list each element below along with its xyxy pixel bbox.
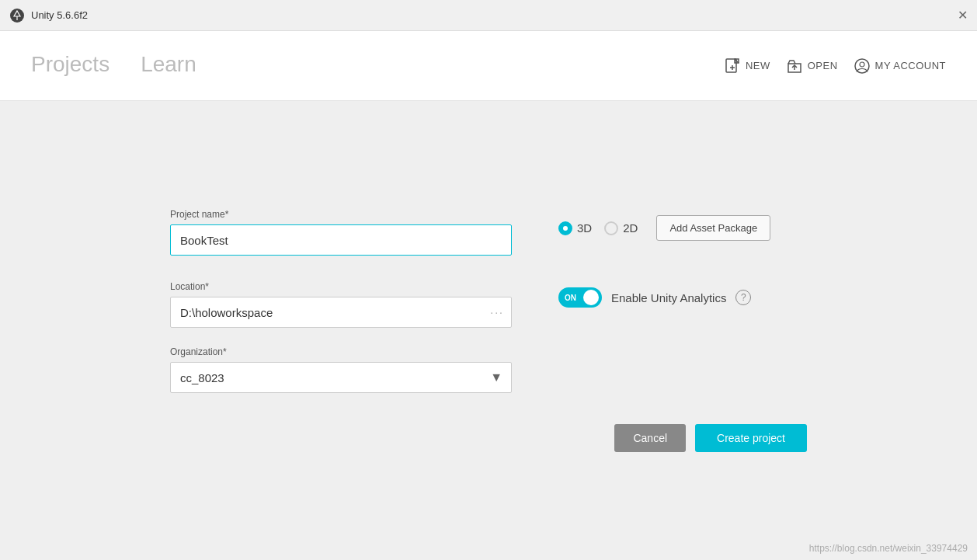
form-container: Project name* 3D 2D Add Asset Package (170, 193, 807, 468)
close-button[interactable]: ✕ (958, 9, 968, 22)
radio-3d-label: 3D (577, 221, 592, 235)
project-name-label: Project name* (170, 209, 512, 220)
dimension-asset-section: 3D 2D Add Asset Package (558, 209, 807, 263)
organization-select-wrapper: cc_8023 ▼ (170, 362, 512, 393)
form-row-2: Location* ··· ON Enable Unity Analytics … (170, 281, 807, 328)
analytics-label: Enable Unity Analytics (611, 291, 726, 304)
nav-tabs: Projects Learn (31, 31, 196, 100)
organization-select[interactable]: cc_8023 (170, 362, 512, 393)
account-icon (854, 57, 871, 75)
location-input[interactable] (170, 297, 512, 328)
analytics-toggle[interactable]: ON (558, 287, 602, 308)
dimension-row: 3D 2D Add Asset Package (558, 215, 807, 241)
help-icon[interactable]: ? (735, 290, 751, 305)
create-project-button[interactable]: Create project (695, 424, 807, 452)
radio-2d-label: 2D (623, 221, 638, 235)
radio-2d-circle (604, 221, 618, 235)
new-icon (724, 57, 741, 75)
title-bar: Unity 5.6.6f2 ✕ (0, 0, 977, 31)
project-name-input[interactable] (170, 224, 512, 256)
radio-2d[interactable]: 2D (604, 221, 638, 235)
radio-3d[interactable]: 3D (558, 221, 592, 235)
tab-learn[interactable]: Learn (141, 31, 196, 100)
watermark: https://blog.csdn.net/weixin_33974429 (809, 543, 968, 554)
top-nav: Projects Learn NEW OPEN (0, 31, 977, 101)
my-account-button[interactable]: MY ACCOUNT (854, 57, 946, 75)
project-name-section: Project name* (170, 209, 512, 256)
analytics-section: ON Enable Unity Analytics ? (558, 281, 807, 308)
cancel-button[interactable]: Cancel (614, 424, 686, 452)
new-button[interactable]: NEW (724, 57, 770, 75)
window-title: Unity 5.6.6f2 (31, 9, 88, 21)
toggle-on-label: ON (565, 294, 576, 302)
organization-section: Organization* cc_8023 ▼ (170, 346, 512, 393)
empty-right (558, 346, 807, 353)
nav-actions: NEW OPEN MY ACCOUNT (724, 57, 946, 75)
main-content: Project name* 3D 2D Add Asset Package (0, 101, 977, 560)
tab-projects[interactable]: Projects (31, 31, 110, 100)
location-input-wrapper: ··· (170, 297, 512, 328)
location-label: Location* (170, 281, 512, 292)
title-bar-left: Unity 5.6.6f2 (9, 8, 88, 23)
open-button[interactable]: OPEN (786, 57, 838, 75)
toggle-knob (583, 290, 599, 305)
bottom-actions: Cancel Create project (170, 424, 807, 452)
organization-label: Organization* (170, 346, 512, 357)
svg-point-10 (860, 62, 864, 67)
add-asset-package-button[interactable]: Add Asset Package (656, 215, 770, 241)
location-section: Location* ··· (170, 281, 512, 328)
form-row-3: Organization* cc_8023 ▼ (170, 346, 807, 393)
radio-3d-circle (558, 221, 572, 235)
location-browse-button[interactable]: ··· (490, 306, 504, 318)
form-row-1: Project name* 3D 2D Add Asset Package (170, 209, 807, 263)
unity-logo-icon (9, 8, 25, 23)
analytics-row: ON Enable Unity Analytics ? (558, 287, 807, 308)
open-icon (786, 57, 803, 75)
